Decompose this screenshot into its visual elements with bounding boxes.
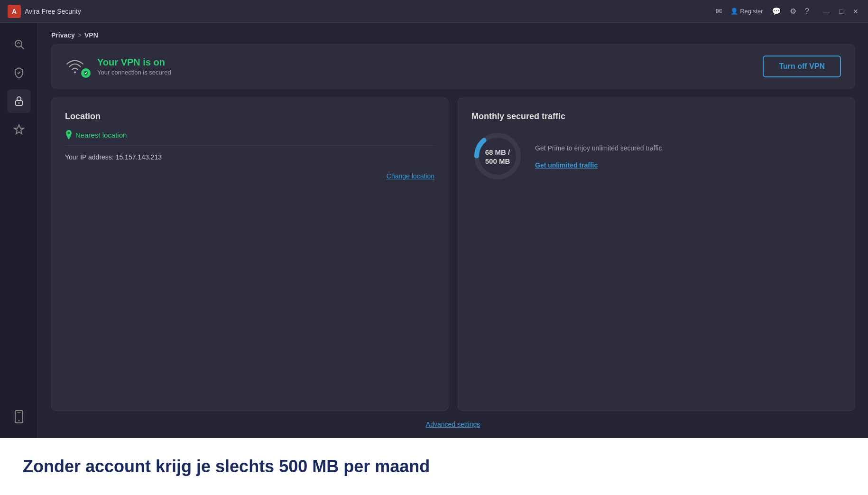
ip-value: 15.157.143.213 <box>116 153 162 161</box>
mail-icon[interactable]: ✉ <box>716 7 722 16</box>
breadcrumb: Privacy > VPN <box>38 23 868 45</box>
cards-row: Location Nearest location Your IP addres… <box>51 98 855 411</box>
breadcrumb-current: VPN <box>84 31 98 39</box>
shield-check-icon <box>81 68 91 78</box>
avira-icon: A <box>8 5 21 18</box>
settings-icon[interactable]: ⚙ <box>790 7 796 16</box>
vpn-banner-left: Your VPN is on Your connection is secure… <box>65 56 171 77</box>
traffic-donut-chart: 68 MB / 500 MB <box>471 130 524 182</box>
app-logo: A Avira Free Security <box>8 5 81 18</box>
sidebar-item-performance[interactable] <box>7 118 31 141</box>
traffic-card-inner: 68 MB / 500 MB Get Prime to enjoy unlimi… <box>471 130 841 182</box>
nearest-location-label: Nearest location <box>75 131 127 139</box>
sidebar-item-protection[interactable] <box>7 61 31 84</box>
svg-line-1 <box>21 46 24 49</box>
get-unlimited-link[interactable]: Get unlimited traffic <box>535 161 598 169</box>
location-card-title: Location <box>65 112 434 121</box>
svg-point-7 <box>74 71 76 73</box>
vpn-wifi-icon-container <box>65 56 89 77</box>
advanced-settings-row: Advanced settings <box>38 411 868 438</box>
minimize-button[interactable]: — <box>822 7 832 16</box>
sidebar-item-privacy[interactable] <box>7 89 31 113</box>
svg-point-8 <box>68 132 70 134</box>
traffic-info: Get Prime to enjoy unlimited secured tra… <box>535 143 664 169</box>
traffic-used: 68 MB / <box>485 148 510 157</box>
sidebar <box>0 23 38 438</box>
vpn-status-subtitle: Your connection is secured <box>97 69 171 76</box>
turn-off-vpn-button[interactable]: Turn off VPN <box>763 56 841 77</box>
breadcrumb-parent[interactable]: Privacy <box>51 31 75 39</box>
account-icon: 👤 <box>730 8 738 15</box>
svg-point-5 <box>18 420 19 421</box>
bottom-caption-text: Zonder account krijg je slechts 500 MB p… <box>23 457 430 476</box>
app-body: Privacy > VPN <box>0 23 868 438</box>
traffic-card: Monthly secured traffic 68 MB / 500 MB <box>458 98 855 411</box>
traffic-total: 500 MB <box>485 157 510 165</box>
vpn-status-banner: Your VPN is on Your connection is secure… <box>51 45 855 88</box>
vpn-status-text: Your VPN is on Your connection is secure… <box>97 57 171 76</box>
ip-address: Your IP address: 15.157.143.213 <box>65 153 434 161</box>
bottom-caption: Zonder account krijg je slechts 500 MB p… <box>0 438 868 495</box>
window-controls: — □ ✕ <box>822 7 860 16</box>
traffic-description: Get Prime to enjoy unlimited secured tra… <box>535 143 664 153</box>
help-icon[interactable]: ? <box>805 7 809 16</box>
chat-icon[interactable]: 💬 <box>772 7 781 16</box>
advanced-settings-link[interactable]: Advanced settings <box>426 420 480 428</box>
vpn-status-title: Your VPN is on <box>97 57 171 68</box>
location-name: Nearest location <box>65 130 434 146</box>
change-location-link[interactable]: Change location <box>65 172 434 180</box>
breadcrumb-separator: > <box>78 31 82 39</box>
app-title: Avira Free Security <box>25 8 81 15</box>
close-button[interactable]: ✕ <box>851 7 860 16</box>
sidebar-item-scan[interactable] <box>7 32 31 56</box>
title-bar-actions: ✉ 👤 Register 💬 ⚙ ? — □ ✕ <box>716 7 860 16</box>
traffic-label: 68 MB / 500 MB <box>485 148 510 165</box>
register-button[interactable]: 👤 Register <box>730 8 763 15</box>
location-card: Location Nearest location Your IP addres… <box>51 98 448 411</box>
main-content: Privacy > VPN <box>38 23 868 438</box>
title-bar: A Avira Free Security ✉ 👤 Register 💬 ⚙ ?… <box>0 0 868 23</box>
location-pin-icon <box>65 130 73 140</box>
sidebar-item-mobile[interactable] <box>7 405 31 429</box>
traffic-card-title: Monthly secured traffic <box>471 112 841 121</box>
svg-point-3 <box>18 103 19 104</box>
maximize-button[interactable]: □ <box>838 7 845 16</box>
